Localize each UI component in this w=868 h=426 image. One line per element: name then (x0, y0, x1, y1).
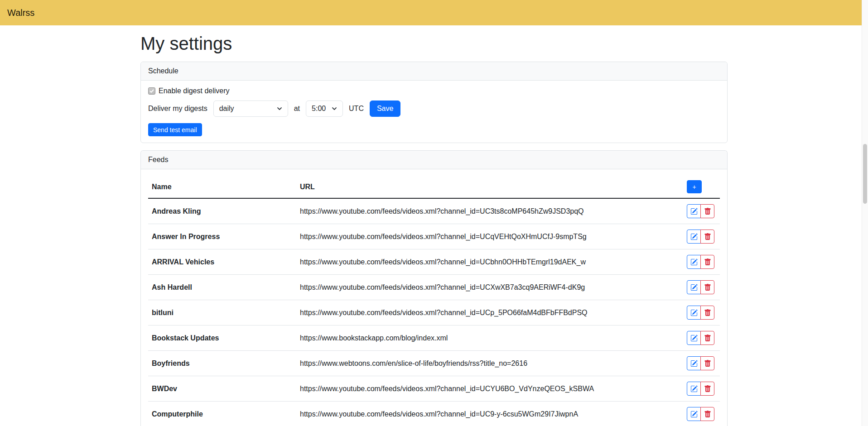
pencil-square-icon (690, 208, 698, 215)
scrollbar-thumb[interactable] (863, 144, 867, 204)
feed-name: Boyfriends (148, 351, 296, 376)
feed-row: ARRIVAL Vehicles https://www.youtube.com… (148, 249, 720, 275)
edit-feed-button[interactable] (687, 407, 701, 421)
trash-icon (704, 309, 711, 316)
schedule-card-header: Schedule (141, 62, 727, 81)
feed-actions (683, 249, 720, 275)
feed-url: https://www.youtube.com/feeds/videos.xml… (296, 300, 683, 325)
time-selected-value: 5:00 (312, 105, 326, 113)
pencil-square-icon (690, 284, 698, 291)
edit-feed-button[interactable] (687, 382, 701, 396)
feed-url: https://www.youtube.com/feeds/videos.xml… (296, 376, 683, 402)
delete-feed-button[interactable] (700, 204, 714, 218)
edit-feed-button[interactable] (687, 306, 701, 320)
column-header-name: Name (148, 176, 296, 198)
feed-url: https://www.webtoons.com/en/slice-of-lif… (296, 351, 683, 376)
delete-feed-button[interactable] (700, 230, 714, 244)
delete-feed-button[interactable] (700, 306, 714, 320)
edit-feed-button[interactable] (687, 331, 701, 345)
delete-feed-button[interactable] (700, 356, 714, 370)
feed-actions (683, 275, 720, 300)
feed-name: bitluni (148, 300, 296, 325)
feeds-card-body: Name URL + Andreas Kling https://www.you… (141, 169, 727, 426)
feed-url: https://www.youtube.com/feeds/videos.xml… (296, 402, 683, 426)
feed-name: Andreas Kling (148, 198, 296, 224)
feed-actions-group (687, 255, 714, 269)
edit-feed-button[interactable] (687, 356, 701, 370)
send-test-email-button[interactable]: Send test email (148, 123, 202, 136)
feed-actions (683, 402, 720, 426)
feed-url: https://www.youtube.com/feeds/videos.xml… (296, 275, 683, 300)
deliver-label: Deliver my digests (148, 105, 207, 113)
trash-icon (704, 360, 711, 367)
frequency-selected-value: daily (219, 105, 234, 113)
delete-feed-button[interactable] (700, 280, 714, 294)
pencil-square-icon (690, 258, 698, 266)
feed-actions-group (687, 407, 714, 421)
trash-icon (704, 335, 711, 342)
trash-icon (704, 385, 711, 392)
add-feed-button[interactable]: + (687, 180, 702, 193)
delete-feed-button[interactable] (700, 331, 714, 345)
edit-feed-button[interactable] (687, 255, 701, 269)
trash-icon (704, 411, 711, 418)
delete-feed-button[interactable] (700, 382, 714, 396)
app-brand-link[interactable]: Walrss (7, 8, 34, 18)
feed-actions (683, 224, 720, 249)
feed-row: Ash Hardell https://www.youtube.com/feed… (148, 275, 720, 300)
page-scrollbar[interactable] (862, 0, 868, 426)
feed-name: Computerphile (148, 402, 296, 426)
feeds-card-header: Feeds (141, 151, 727, 169)
enable-digest-row: Enable digest delivery (148, 87, 720, 95)
at-label: at (294, 105, 300, 113)
feed-actions (683, 300, 720, 325)
feed-url: https://www.youtube.com/feeds/videos.xml… (296, 198, 683, 224)
feed-url: https://www.bookstackapp.com/blog/index.… (296, 325, 683, 351)
edit-feed-button[interactable] (687, 204, 701, 218)
trash-icon (704, 258, 711, 266)
enable-digest-checkbox[interactable] (148, 87, 155, 95)
feed-row: Andreas Kling https://www.youtube.com/fe… (148, 198, 720, 224)
feeds-card: Feeds Name URL + Andreas Kling https://w… (140, 150, 728, 426)
feed-name: ARRIVAL Vehicles (148, 249, 296, 275)
schedule-form-row: Deliver my digests daily at 5:00 UTC Sav… (148, 101, 720, 117)
feed-row: Boyfriends https://www.webtoons.com/en/s… (148, 351, 720, 376)
feed-name: BWDev (148, 376, 296, 402)
feed-row: Answer In Progress https://www.youtube.c… (148, 224, 720, 249)
schedule-card: Schedule Enable digest delivery Deliver … (140, 62, 728, 143)
feed-actions (683, 198, 720, 224)
checkmark-icon (149, 89, 154, 93)
pencil-square-icon (690, 335, 698, 342)
pencil-square-icon (690, 233, 698, 240)
trash-icon (704, 233, 711, 240)
feed-actions-group (687, 204, 714, 218)
feed-row: Computerphile https://www.youtube.com/fe… (148, 402, 720, 426)
feed-actions-group (687, 280, 714, 294)
frequency-select[interactable]: daily (213, 101, 288, 117)
edit-feed-button[interactable] (687, 230, 701, 244)
pencil-square-icon (690, 411, 698, 418)
main-content: My settings Schedule Enable digest deliv… (140, 33, 728, 426)
delete-feed-button[interactable] (700, 255, 714, 269)
feed-actions (683, 376, 720, 402)
feed-actions-group (687, 306, 714, 320)
trash-icon (704, 284, 711, 291)
column-header-url: URL (296, 176, 683, 198)
feed-actions-group (687, 356, 714, 370)
feeds-table: Name URL + Andreas Kling https://www.you… (148, 176, 720, 426)
schedule-card-body: Enable digest delivery Deliver my digest… (141, 81, 727, 143)
pencil-square-icon (690, 385, 698, 392)
feed-url: https://www.youtube.com/feeds/videos.xml… (296, 224, 683, 249)
feed-row: BWDev https://www.youtube.com/feeds/vide… (148, 376, 720, 402)
feed-actions (683, 325, 720, 351)
feed-actions-group (687, 382, 714, 396)
feed-actions-group (687, 331, 714, 345)
edit-feed-button[interactable] (687, 280, 701, 294)
feed-name: Answer In Progress (148, 224, 296, 249)
feed-actions (683, 351, 720, 376)
delete-feed-button[interactable] (700, 407, 714, 421)
time-select[interactable]: 5:00 (306, 101, 343, 117)
pencil-square-icon (690, 360, 698, 367)
save-button[interactable]: Save (370, 101, 400, 117)
chevron-down-icon (332, 106, 337, 111)
